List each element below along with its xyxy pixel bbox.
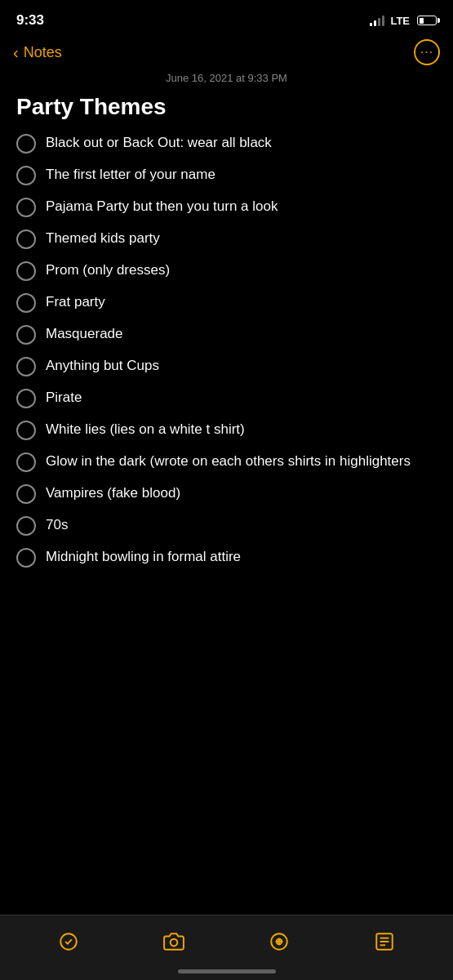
signal-bar-2 (374, 20, 376, 26)
checklist-item-text: Black out or Back Out: wear all black (46, 133, 437, 153)
list-item: White lies (lies on a white t shirt) (16, 420, 437, 440)
checkbox-1[interactable] (16, 134, 36, 154)
back-button[interactable]: ‹ Notes (13, 43, 62, 62)
status-bar: 9:33 LTE (0, 0, 453, 36)
checklist-item-text: Pirate (46, 388, 437, 408)
checkbox-3[interactable] (16, 198, 36, 217)
edit-icon (374, 931, 395, 952)
list-item: Midnight bowling in formal attire (16, 547, 437, 568)
svg-point-1 (171, 938, 178, 946)
checklist-item-text: 70s (46, 515, 437, 535)
checklist-item-text: Glow in the dark (wrote on each others s… (46, 452, 437, 471)
checkbox-6[interactable] (16, 293, 36, 313)
more-dots-icon: ··· (420, 46, 433, 59)
checkbox-7[interactable] (16, 325, 36, 345)
svg-point-0 (61, 933, 78, 950)
more-button[interactable]: ··· (414, 39, 440, 65)
edit-button[interactable] (366, 924, 402, 960)
back-label: Notes (24, 44, 62, 61)
list-item: Masquerade (16, 324, 437, 345)
signal-bar-1 (370, 23, 372, 26)
marker-button[interactable] (261, 924, 297, 960)
lte-label: LTE (390, 15, 410, 27)
signal-bar-3 (378, 18, 380, 26)
checklist-item-text: Frat party (46, 292, 437, 312)
signal-bars-icon (370, 15, 384, 26)
list-item: The first letter of your name (16, 165, 437, 185)
note-content: June 16, 2021 at 9:33 PM Party Themes Bl… (0, 72, 453, 661)
list-item: 70s (16, 515, 437, 536)
checklist-item-text: Vampires (fake blood) (46, 483, 437, 503)
checklist: Black out or Back Out: wear all blackThe… (16, 133, 437, 568)
nav-bar: ‹ Notes ··· (0, 36, 453, 72)
back-chevron-icon: ‹ (13, 43, 19, 62)
marker-icon (269, 931, 290, 952)
battery-icon (417, 16, 437, 25)
list-item: Pajama Party but then you turn a look (16, 197, 437, 217)
checklist-item-text: Prom (only dresses) (46, 261, 437, 280)
battery-body (417, 16, 437, 25)
checklist-item-text: Midnight bowling in formal attire (46, 547, 437, 567)
status-icons: LTE (370, 15, 437, 27)
status-time: 9:33 (16, 12, 44, 29)
checklist-item-text: Themed kids party (46, 229, 437, 248)
checkbox-13[interactable] (16, 516, 36, 536)
checklist-item-text: White lies (lies on a white t shirt) (46, 420, 437, 439)
list-item: Themed kids party (16, 229, 437, 249)
list-item: Frat party (16, 292, 437, 313)
checklist-item-text: Masquerade (46, 324, 437, 344)
checklist-item-text: Pajama Party but then you turn a look (46, 197, 437, 216)
checkbox-11[interactable] (16, 452, 36, 472)
checklist-item-text: The first letter of your name (46, 165, 437, 185)
list-item: Vampires (fake blood) (16, 483, 437, 504)
checkbox-10[interactable] (16, 421, 36, 440)
battery-fill (420, 18, 424, 24)
checkbox-14[interactable] (16, 548, 36, 568)
camera-icon (163, 931, 184, 952)
check-circle-icon (58, 931, 79, 952)
home-indicator (178, 969, 276, 973)
signal-bar-4 (382, 16, 384, 26)
camera-button[interactable] (156, 924, 192, 960)
note-title: Party Themes (16, 94, 437, 120)
checkbox-8[interactable] (16, 357, 36, 376)
list-item: Black out or Back Out: wear all black (16, 133, 437, 154)
checklist-item-text: Anything but Cups (46, 356, 437, 376)
list-item: Pirate (16, 388, 437, 408)
checkbox-4[interactable] (16, 229, 36, 249)
check-button[interactable] (51, 924, 87, 960)
list-item: Anything but Cups (16, 356, 437, 376)
checkbox-9[interactable] (16, 389, 36, 408)
checkbox-2[interactable] (16, 166, 36, 185)
note-date: June 16, 2021 at 9:33 PM (16, 72, 437, 84)
list-item: Prom (only dresses) (16, 261, 437, 281)
list-item: Glow in the dark (wrote on each others s… (16, 452, 437, 472)
checkbox-12[interactable] (16, 484, 36, 504)
checkbox-5[interactable] (16, 261, 36, 281)
